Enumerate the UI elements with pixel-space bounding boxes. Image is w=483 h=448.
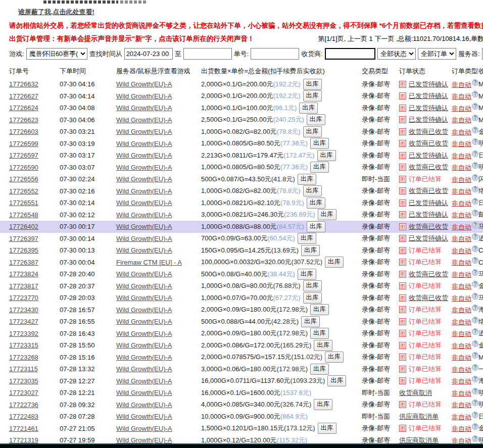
server-link[interactable]: Wild Growth(EU)-A [116, 246, 172, 254]
order-no-link[interactable]: 17726551 [9, 199, 38, 207]
outbound-button[interactable]: 出库 [310, 304, 329, 315]
server-link[interactable]: Wild Growth(EU)-A [116, 377, 172, 385]
outbound-button[interactable]: 出库 [298, 269, 316, 280]
table-row[interactable]: 1772639707-30 00:14Wild Growth(EU)-A700G… [0, 233, 483, 245]
screenshot-image-icon[interactable]: 图 [399, 105, 406, 112]
order-status-link[interactable]: 已发货待确认 [409, 234, 448, 243]
table-row[interactable]: 1772662707-30 04:14Wild Growth(EU)-A2,00… [0, 90, 483, 103]
server-link[interactable]: Wild Growth(EU)-A [116, 175, 172, 183]
order-no-link[interactable]: 17726387 [9, 259, 38, 266]
order-type-link[interactable]: 非自动 [452, 235, 471, 242]
table-row[interactable]: 1772639507-30 00:13Wild Growth(EU)-A150G… [0, 244, 483, 257]
order-status-link[interactable]: 已发货待确认 [409, 210, 448, 219]
help-icon[interactable]: ? [472, 245, 478, 252]
table-row[interactable]: 1772342707-28 16:55Wild Growth(EU)-A500G… [0, 316, 483, 328]
order-no-link[interactable]: 17723315 [9, 341, 38, 349]
order-type-link[interactable]: 非自动 [452, 306, 471, 314]
screenshot-image-icon[interactable]: 图 [399, 187, 406, 194]
server-link[interactable]: Wild Growth(EU)-A [116, 187, 172, 195]
outbound-button[interactable]: 出库 [298, 174, 316, 185]
order-no-link[interactable]: 17723427 [9, 318, 38, 325]
screenshot-image-icon[interactable]: 图 [399, 128, 406, 135]
time-to-input[interactable] [183, 48, 232, 60]
screenshot-image-icon[interactable]: 图 [399, 306, 406, 313]
help-icon[interactable]: ? [472, 174, 478, 181]
order-status-link[interactable]: 已发货待确认 [409, 104, 448, 113]
order-no-link[interactable]: 17723392 [9, 330, 38, 337]
time-from-input[interactable] [124, 48, 173, 60]
help-icon[interactable]: ? [472, 138, 478, 145]
screenshot-image-icon[interactable]: 图 [399, 330, 406, 337]
help-icon[interactable]: ? [472, 328, 478, 335]
order-type-link[interactable]: 非自动 [452, 318, 471, 326]
screenshot-image-icon[interactable]: 图 [399, 366, 406, 373]
screenshot-image-icon[interactable]: 图 [399, 164, 406, 171]
order-type-link[interactable]: 非自动 [452, 247, 471, 255]
order-no-link[interactable]: 17726548 [9, 211, 38, 219]
server-link[interactable]: Wild Growth(EU)-A [116, 318, 172, 325]
status-select[interactable]: 全部状态 [377, 48, 416, 60]
order-no-link[interactable]: 17723824 [9, 270, 38, 278]
screenshot-image-icon[interactable]: 图 [399, 140, 406, 147]
server-link[interactable]: Wild Growth(EU)-A [116, 413, 172, 420]
order-type-link[interactable]: 非自动 [452, 211, 471, 219]
outbound-button[interactable]: 出库 [310, 364, 329, 375]
next-page-link[interactable]: 下一页 [374, 35, 394, 42]
table-row[interactable]: 1772655107-30 02:14Wild Growth(EU)-A1,00… [0, 197, 483, 209]
server-link[interactable]: Wild Growth(EU)-A [116, 223, 172, 230]
order-status-link[interactable]: 订单已结算 [409, 365, 442, 374]
help-icon[interactable]: ? [472, 151, 478, 157]
screenshot-image-icon[interactable]: 图 [399, 271, 406, 278]
outbound-button[interactable]: 出库 [325, 352, 344, 363]
server-link[interactable]: Wild Growth(EU)-A [116, 306, 172, 314]
order-no-link[interactable]: 17723268 [9, 354, 38, 361]
server-link[interactable]: Wild Growth(EU)-A [116, 164, 172, 171]
outbound-button[interactable]: 出库 [303, 185, 322, 196]
order-type-link[interactable]: 非自动 [452, 271, 471, 278]
order-no-link[interactable]: 17723115 [9, 365, 38, 373]
screenshot-image-icon[interactable]: 图 [399, 176, 406, 183]
screenshot-image-icon[interactable]: 图 [399, 81, 406, 88]
table-row[interactable]: 1772662407-30 04:08Wild Growth(EU)-A1,00… [0, 102, 483, 114]
order-no-link[interactable]: 17726395 [9, 246, 38, 254]
table-row[interactable]: 1772659007-30 03:07Wild Growth(EU)-A1,00… [0, 162, 483, 174]
server-link[interactable]: Wild Growth(EU)-A [116, 270, 172, 278]
table-row[interactable]: 1772381707-28 20:37Wild Growth(EU)-A1,00… [0, 280, 483, 292]
order-no-link[interactable]: 17726590 [9, 164, 38, 171]
order-no-link[interactable]: 17722736 [9, 401, 38, 409]
order-no-link[interactable]: 17726624 [9, 104, 38, 112]
order-type-select[interactable]: 全部订单 [418, 48, 456, 60]
outbound-button[interactable]: 出库 [303, 280, 322, 291]
screenshot-image-icon[interactable]: 图 [399, 116, 406, 123]
table-row[interactable]: 1772640207-30 00:17Wild Growth(EU)-A1,00… [0, 221, 483, 233]
outbound-button[interactable]: 出库 [314, 399, 332, 410]
order-status-link[interactable]: 订单已结算 [409, 341, 442, 350]
order-type-link[interactable]: 非自动 [452, 282, 471, 290]
order-status-link[interactable]: 收货商已收货 [409, 270, 448, 279]
order-type-link[interactable]: 非自动 [452, 200, 471, 207]
order-no-link[interactable]: 17726556 [9, 175, 38, 183]
order-status-link[interactable]: 订单已结算 [409, 175, 442, 184]
table-row[interactable]: 1772655607-30 02:24Wild Growth(EU)-A500G… [0, 173, 483, 185]
order-no-link[interactable]: 17726397 [9, 235, 38, 242]
screenshot-image-icon[interactable]: 图 [399, 200, 406, 207]
outbound-button[interactable]: 出库 [299, 103, 318, 114]
table-row[interactable]: 1772638707-30 00:04Firemaw CTM [EU] - A1… [0, 257, 483, 269]
server-link[interactable]: Wild Growth(EU)-A [116, 116, 172, 124]
help-icon[interactable]: ? [472, 198, 478, 205]
order-status-link[interactable]: 订单已结算 [409, 400, 442, 409]
order-no-link[interactable]: 17726627 [9, 92, 38, 100]
order-type-link[interactable]: 非自动 [452, 187, 471, 195]
order-status-link[interactable]: 供应商取消单 [399, 412, 439, 421]
order-type-link[interactable]: 非自动 [452, 81, 471, 88]
order-status-link[interactable]: 收货商取消 [399, 388, 432, 397]
server-link[interactable]: Wild Growth(EU)-A [116, 80, 172, 88]
screenshot-image-icon[interactable]: 图 [399, 282, 406, 289]
table-row[interactable]: 1772382407-28 20:40Wild Growth(EU)-A500G… [0, 268, 483, 280]
help-icon[interactable]: ? [472, 257, 478, 264]
table-row[interactable]: 1772248307-28 07:28Wild Growth(EU)-A10,0… [0, 411, 483, 423]
order-status-link[interactable]: 已发货待确认 [409, 80, 448, 89]
help-icon[interactable]: ? [472, 400, 478, 406]
order-status-link[interactable]: 订单已结算 [409, 305, 442, 314]
screenshot-image-icon[interactable]: 图 [399, 401, 406, 408]
